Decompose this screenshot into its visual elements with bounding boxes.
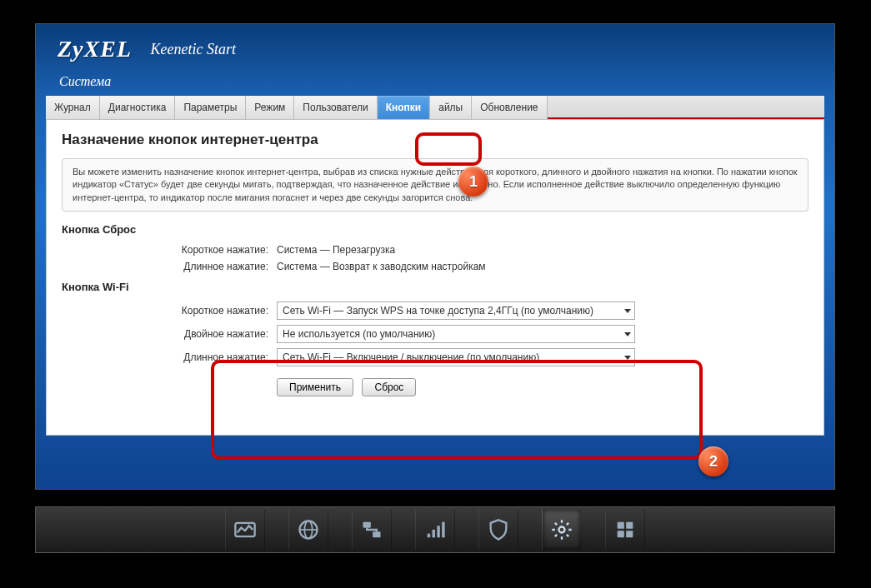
wifi-double-select[interactable]: Не используется (по умолчанию) bbox=[277, 325, 635, 343]
caret-down-icon bbox=[624, 332, 631, 336]
svg-point-10 bbox=[559, 527, 565, 533]
annotation-marker-2: 2 bbox=[698, 446, 728, 476]
wifi-short-select[interactable]: Сеть Wi-Fi — Запуск WPS на точке доступа… bbox=[277, 301, 635, 320]
page-title: Назначение кнопок интернет-центра bbox=[62, 132, 808, 148]
wifi-double-label: Двойное нажатие: bbox=[62, 328, 270, 340]
content-panel: Назначение кнопок интернет-центра Вы мож… bbox=[46, 119, 824, 436]
info-box: Вы можете изменить назначение кнопок инт… bbox=[62, 158, 808, 212]
nav-monitor-icon[interactable] bbox=[225, 510, 265, 550]
svg-rect-12 bbox=[626, 522, 633, 529]
model-name: Keenetic Start bbox=[150, 41, 235, 58]
nav-gear-icon[interactable] bbox=[542, 510, 582, 550]
tab-buttons[interactable]: Кнопки bbox=[378, 96, 431, 119]
svg-rect-6 bbox=[428, 534, 431, 538]
svg-rect-5 bbox=[373, 531, 380, 537]
caret-down-icon bbox=[624, 309, 631, 313]
nav-wifi-icon[interactable] bbox=[415, 510, 455, 550]
wifi-section-heading: Кнопка Wi-Fi bbox=[62, 281, 808, 293]
tab-users[interactable]: Пользователи bbox=[294, 96, 377, 119]
section-breadcrumb: Система bbox=[36, 69, 834, 96]
wifi-long-value: Сеть Wi-Fi — Включение / выключение (по … bbox=[283, 351, 539, 363]
wifi-short-value: Сеть Wi-Fi — Запуск WPS на точке доступа… bbox=[283, 305, 593, 316]
svg-rect-8 bbox=[437, 526, 440, 537]
nav-network-icon[interactable] bbox=[352, 510, 392, 550]
nav-globe-icon[interactable] bbox=[288, 510, 328, 550]
reset-button[interactable]: Сброс bbox=[362, 378, 416, 396]
tab-diagnostics[interactable]: Диагностика bbox=[100, 96, 176, 119]
brand-logo: ZyXEL bbox=[58, 36, 132, 62]
apply-button[interactable]: Применить bbox=[277, 378, 353, 396]
svg-rect-11 bbox=[618, 522, 624, 529]
svg-rect-4 bbox=[363, 522, 371, 528]
nav-shield-icon[interactable] bbox=[478, 510, 518, 550]
svg-rect-14 bbox=[626, 531, 633, 537]
wifi-long-select[interactable]: Сеть Wi-Fi — Включение / выключение (по … bbox=[277, 348, 635, 366]
reset-short-label: Короткое нажатие: bbox=[62, 244, 270, 256]
svg-rect-9 bbox=[442, 522, 445, 538]
tab-files[interactable]: айлы bbox=[430, 96, 472, 119]
tab-parameters[interactable]: Параметры bbox=[175, 96, 246, 119]
wifi-double-value: Не используется (по умолчанию) bbox=[283, 328, 435, 340]
svg-rect-7 bbox=[433, 530, 436, 537]
annotation-marker-1: 1 bbox=[458, 167, 488, 197]
reset-section-heading: Кнопка Сброс bbox=[62, 223, 808, 236]
wifi-short-label: Короткое нажатие: bbox=[62, 305, 270, 316]
reset-long-value: Система — Возврат к заводским настройкам bbox=[277, 261, 808, 272]
svg-rect-13 bbox=[618, 531, 624, 537]
reset-long-label: Длинное нажатие: bbox=[62, 261, 270, 272]
tab-update[interactable]: Обновление bbox=[472, 96, 547, 119]
bottom-nav bbox=[35, 506, 835, 553]
nav-apps-icon[interactable] bbox=[605, 510, 645, 550]
tab-journal[interactable]: Журнал bbox=[46, 96, 100, 119]
reset-short-value: Система — Перезагрузка bbox=[277, 244, 808, 256]
caret-down-icon bbox=[624, 356, 631, 360]
tab-mode[interactable]: Режим bbox=[246, 96, 294, 119]
wifi-long-label: Длинное нажатие: bbox=[62, 351, 270, 363]
tabs-row: Журнал Диагностика Параметры Режим Польз… bbox=[46, 96, 824, 119]
